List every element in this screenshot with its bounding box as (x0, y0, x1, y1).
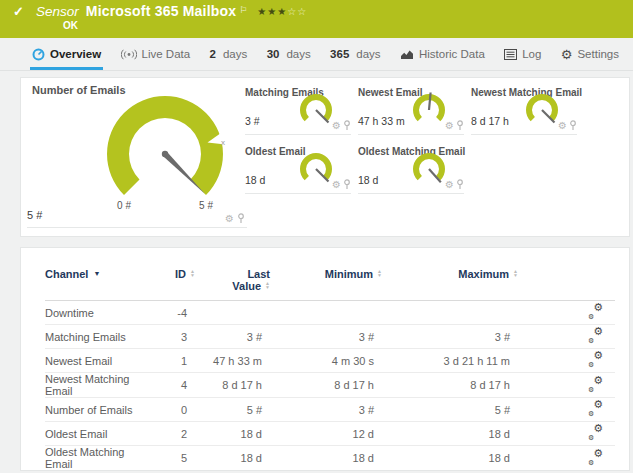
tab-30-days[interactable]: 30 days (265, 38, 313, 70)
tab-settings[interactable]: ⚙ Settings (559, 38, 621, 70)
cell-id: 2 (150, 422, 195, 446)
gauge-marker-label: x (221, 138, 225, 147)
cell-maximum: 5 # (382, 398, 518, 422)
tab-historic-data[interactable]: Historic Data (398, 38, 487, 70)
column-header-minimum[interactable]: Minimum ▲▼ (270, 268, 382, 301)
cell-last-value: 3 # (195, 325, 270, 349)
mini-gauge-empty-cell (471, 145, 577, 194)
stars-filled-icon[interactable]: ★★★ (257, 6, 287, 17)
table-row-oldest-email[interactable]: Oldest Email 2 18 d 12 d 18 d ⚙⚙ (45, 422, 615, 446)
tab-live-data[interactable]: Live Data (119, 38, 193, 70)
sensor-header: ✓ Sensor Microsoft 365 Mailbox ⚐ ★★★☆☆ O… (0, 0, 633, 38)
mini-gauge-oldest-email[interactable]: Oldest Email 18 d ⚙ (245, 145, 351, 194)
cell-id: 1 (150, 349, 195, 373)
stars-empty-icon[interactable]: ☆☆ (287, 6, 307, 17)
mini-gauge-value: 18 d (245, 174, 265, 186)
mini-gauge-newest-email[interactable]: Newest Email 47 h 33 m ⚙ (358, 86, 464, 135)
priority-stars[interactable]: ★★★☆☆ (257, 6, 307, 17)
main-gauge-dial (85, 90, 245, 206)
gauge-settings-gear-icon[interactable]: ⚙ (558, 121, 567, 131)
pin-icon[interactable] (569, 120, 577, 131)
mini-gauge-value: 8 d 17 h (471, 115, 509, 127)
cell-minimum (270, 301, 382, 325)
tab-30-days-number: 30 (267, 48, 280, 60)
column-header-channel-label: Channel (45, 268, 88, 280)
cell-id: -4 (150, 301, 195, 325)
pin-icon[interactable] (456, 179, 464, 190)
tab-2-days-label: days (223, 48, 247, 60)
sort-icon: ▲▼ (190, 269, 195, 277)
mini-gauge-matching-emails[interactable]: Matching Emails 3 # ⚙ (245, 86, 351, 135)
gauge-settings-gear-icon[interactable]: ⚙ (332, 180, 341, 190)
main-gauge-number-of-emails[interactable]: Number of Emails x 0 # 5 # 5 # ⚙ (27, 82, 247, 228)
mini-gauge-value: 47 h 33 m (358, 115, 405, 127)
tab-settings-label: Settings (577, 48, 619, 60)
table-row-newest-matching-email[interactable]: Newest Matching Email 4 8 d 17 h 8 d 17 … (45, 373, 615, 398)
table-row-newest-email[interactable]: Newest Email 1 47 h 33 m 4 m 30 s 3 d 21… (45, 349, 615, 373)
pin-icon[interactable] (343, 179, 351, 190)
column-header-channel[interactable]: Channel ▼ (45, 268, 150, 301)
table-row-downtime[interactable]: Downtime -4 ⚙⚙ (45, 301, 615, 325)
cell-last-value: 5 # (195, 398, 270, 422)
cell-channel: Downtime (45, 301, 150, 325)
column-header-minimum-label: Minimum (325, 268, 373, 280)
live-signal-icon (121, 49, 137, 60)
cell-channel: Number of Emails (45, 398, 150, 422)
column-header-last-value[interactable]: Last Value ▲▼ (195, 268, 270, 301)
overview-gauges-panel: Number of Emails x 0 # 5 # 5 # ⚙ Matchin… (20, 77, 630, 237)
status-badge: OK (36, 20, 633, 31)
channel-settings-gears-icon[interactable]: ⚙⚙ (588, 451, 603, 464)
cell-minimum: 8 d 17 h (270, 373, 382, 398)
pin-icon[interactable] (456, 120, 464, 131)
channel-settings-gears-icon[interactable]: ⚙⚙ (588, 378, 603, 391)
channel-settings-gears-icon[interactable]: ⚙⚙ (588, 305, 603, 318)
priority-flag-icon[interactable]: ⚐ (239, 5, 247, 15)
cell-minimum: 3 # (270, 398, 382, 422)
gauge-arc (107, 96, 223, 195)
main-gauge-value: 5 # (27, 209, 42, 221)
cell-channel: Matching Emails (45, 325, 150, 349)
gauge-settings-gear-icon[interactable]: ⚙ (445, 121, 454, 131)
cell-minimum: 12 d (270, 422, 382, 446)
tab-log-label: Log (522, 48, 541, 60)
cell-maximum (382, 301, 518, 325)
tab-30-days-label: days (286, 48, 310, 60)
cell-maximum: 8 d 17 h (382, 373, 518, 398)
channel-settings-gears-icon[interactable]: ⚙⚙ (588, 329, 603, 342)
table-row-matching-emails[interactable]: Matching Emails 3 3 # 3 # 3 # ⚙⚙ (45, 325, 615, 349)
column-header-id[interactable]: ID ▲▼ (150, 268, 195, 301)
channel-settings-gears-icon[interactable]: ⚙⚙ (588, 426, 603, 439)
gauge-settings-gear-icon[interactable]: ⚙ (225, 214, 234, 224)
tab-overview-label: Overview (50, 48, 101, 60)
cell-minimum: 3 # (270, 325, 382, 349)
sort-caret-icon: ▼ (93, 270, 100, 277)
cell-maximum: 3 d 21 h 11 m (382, 349, 518, 373)
pin-icon[interactable] (237, 213, 245, 224)
status-ok-check-icon: ✓ (13, 4, 24, 19)
mini-gauge-value: 3 # (245, 115, 260, 127)
cell-maximum: 18 d (382, 422, 518, 446)
tab-365-days[interactable]: 365 days (328, 38, 382, 70)
sensor-title: Microsoft 365 Mailbox (86, 3, 236, 19)
column-header-maximum[interactable]: Maximum ▲▼ (382, 268, 518, 301)
column-header-last-label: Last (195, 268, 270, 280)
cell-last-value (195, 301, 270, 325)
cell-id: 0 (150, 398, 195, 422)
cell-channel: Newest Email (45, 349, 150, 373)
pin-icon[interactable] (343, 120, 351, 131)
channel-settings-gears-icon[interactable]: ⚙⚙ (588, 402, 603, 415)
gauge-settings-gear-icon[interactable]: ⚙ (332, 121, 341, 131)
table-row-number-of-emails[interactable]: Number of Emails 0 5 # 3 # 5 # ⚙⚙ (45, 398, 615, 422)
gauge-settings-gear-icon[interactable]: ⚙ (445, 180, 454, 190)
mini-gauge-newest-matching-email[interactable]: Newest Matching Email 8 d 17 h ⚙ (471, 86, 577, 135)
channel-table: Channel ▼ ID ▲▼ Last Value ▲▼ (45, 268, 615, 471)
mini-gauge-oldest-matching-email[interactable]: Oldest Matching Email 18 d ⚙ (358, 145, 464, 194)
tab-historic-data-label: Historic Data (419, 48, 485, 60)
tab-overview[interactable]: Overview (30, 38, 103, 70)
mini-gauges-grid: Matching Emails 3 # ⚙ Newest Email 47 h … (245, 86, 577, 194)
tab-log[interactable]: Log (502, 38, 543, 70)
tab-2-days[interactable]: 2 days (208, 38, 250, 70)
channel-settings-gears-icon[interactable]: ⚙⚙ (588, 353, 603, 366)
table-row-oldest-matching-email[interactable]: Oldest Matching Email 5 18 d 18 d 18 d ⚙… (45, 446, 615, 471)
mini-gauge-value: 18 d (358, 174, 378, 186)
